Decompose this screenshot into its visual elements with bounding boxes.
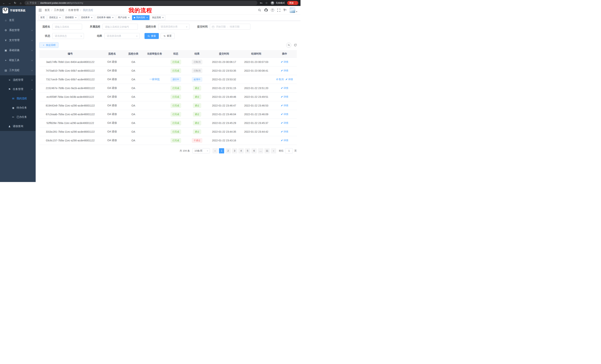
cell-task	[144, 119, 165, 127]
page-button[interactable]: 4	[239, 148, 244, 153]
show-search-button[interactable]	[286, 43, 291, 48]
close-icon[interactable]: ×	[112, 16, 114, 19]
sidebar-item-待办任务[interactable]: ◉待办任务	[0, 103, 36, 112]
date-range-picker[interactable]: 开始日期 - 结束日期	[210, 24, 250, 30]
avatar[interactable]	[290, 7, 295, 13]
page-button[interactable]: 11	[264, 148, 270, 153]
sidebar-item-支付管理[interactable]: ¥支付管理∨	[0, 35, 36, 45]
refresh-table-button[interactable]	[294, 44, 297, 47]
sidebar-item-基础设施[interactable]: ▣基础设施∨	[0, 45, 36, 55]
breadcrumb-item[interactable]: 首页	[45, 9, 50, 12]
github-icon[interactable]	[264, 8, 268, 12]
tab-流程表单-编辑[interactable]: 流程表单-编辑×	[95, 15, 115, 20]
tabs-bar: 首页流程定义×流程模型×流程表单×流程表单-编辑×用户分组×我的流程×发起流程×	[36, 14, 300, 21]
search-icon[interactable]	[258, 9, 261, 12]
sidebar-item-我的流程[interactable]: ✉我的流程	[0, 94, 36, 103]
address-bar[interactable]: ⚠ 不安全 | dashboard.yudao.iocoder.cn/bpm/t…	[25, 1, 257, 5]
prev-page-button[interactable]: ‹	[212, 148, 218, 153]
close-icon[interactable]: ×	[128, 16, 130, 19]
reload-icon[interactable]: ↻	[13, 1, 17, 5]
back-icon[interactable]: ←	[2, 1, 6, 5]
sidebar-item-请假查询[interactable]: ♟请假查询	[0, 122, 36, 131]
chrome-update-button[interactable]: 更新 ⋮	[287, 1, 298, 5]
next-page-button[interactable]: ›	[271, 148, 276, 153]
tab-用户分组[interactable]: 用户分组×	[116, 15, 131, 20]
create-process-button[interactable]: ＋ 发起流程	[39, 42, 59, 48]
security-warning[interactable]: ⚠ 不安全	[27, 1, 37, 5]
close-icon[interactable]: ×	[162, 16, 164, 19]
goto-page-input[interactable]	[285, 148, 293, 153]
cell-result: 已取消	[186, 57, 208, 66]
tab-流程表单[interactable]: 流程表单×	[79, 15, 94, 20]
detail-action[interactable]: 详情	[281, 130, 288, 133]
refresh-icon: ↻	[164, 35, 166, 38]
edit-icon	[281, 139, 283, 141]
search-button[interactable]: 搜索	[144, 33, 159, 39]
category-select[interactable]: 请选择流程分类 ∨	[158, 24, 190, 30]
sidebar-item-已办任务[interactable]: ✂已办任务	[0, 112, 36, 122]
tab-流程模型[interactable]: 流程模型×	[63, 15, 78, 20]
incognito-badge: 无痕模式	[270, 1, 285, 5]
tab-发起流程[interactable]: 发起流程×	[150, 15, 165, 20]
sidebar-item-系统管理[interactable]: ⚙系统管理∨	[0, 25, 36, 35]
close-icon[interactable]: ×	[75, 16, 77, 19]
search-icon	[288, 44, 290, 46]
process-name-input[interactable]	[52, 24, 82, 30]
sidebar-item-工作流程[interactable]: ▤工作流程∧	[0, 65, 36, 75]
font-size-icon[interactable]: TT	[283, 8, 287, 12]
breadcrumb-item[interactable]: 工作流程	[54, 9, 64, 12]
detail-action[interactable]: 详情	[281, 113, 288, 116]
cell-id: 03c6c157-7b9a-11ec-a290-acde48001122	[39, 136, 101, 145]
detail-action[interactable]: 详情	[281, 69, 288, 72]
tab-我的流程[interactable]: 我的流程×	[132, 15, 150, 20]
sidebar-item-任务管理[interactable]: ⚑任务管理∧	[0, 85, 36, 94]
breadcrumb-item[interactable]: 任务管理	[68, 9, 79, 12]
cell-task	[144, 57, 165, 66]
chevron-down-icon: ∨	[31, 79, 33, 81]
close-icon[interactable]: ×	[91, 16, 92, 19]
page-button[interactable]: 5	[245, 148, 250, 153]
page-button[interactable]: 6	[251, 148, 257, 153]
detail-action[interactable]: 详情	[281, 139, 288, 142]
detail-action[interactable]: 详情	[281, 104, 288, 107]
hamburger-icon[interactable]	[39, 9, 42, 12]
reset-button[interactable]: ↻ 重置	[161, 33, 175, 39]
cell-status: 已完成	[165, 92, 186, 101]
detail-action[interactable]: 详情	[285, 78, 293, 81]
fullscreen-icon[interactable]	[277, 9, 280, 12]
detail-action[interactable]: 详情	[281, 95, 288, 98]
close-icon[interactable]: ×	[59, 16, 61, 19]
more-pages-button[interactable]: …	[258, 148, 263, 153]
help-icon[interactable]: ?	[271, 9, 274, 12]
close-icon[interactable]: ×	[146, 16, 148, 19]
cancel-action[interactable]: 取消	[276, 78, 284, 81]
user-menu[interactable]: ▼	[290, 7, 298, 13]
page-button[interactable]: 2	[225, 148, 231, 153]
bookmark-star-icon[interactable]: ☆	[265, 1, 268, 5]
detail-action[interactable]: 详情	[281, 86, 288, 90]
sidebar-item-流程管理[interactable]: ≡流程管理∨	[0, 75, 36, 85]
page-url: dashboard.yudao.iocoder.cn/bpm/task/my	[40, 2, 83, 4]
table-body: 3ad174fb-7b9d-11ec-8404-acde48001122OA 请…	[39, 57, 297, 145]
task-link[interactable]: 一级审批	[149, 78, 160, 81]
browser-chrome: ← → ↻ ⌂ ⚠ 不安全 | dashboard.yudao.iocoder.…	[0, 0, 300, 6]
cell-submit-time: 2022-01-22 23:51:15	[208, 84, 240, 92]
key-icon[interactable]	[260, 1, 263, 4]
edit-icon	[281, 87, 283, 89]
sidebar-item-首页[interactable]: ⌂首页	[0, 15, 36, 25]
forward-icon[interactable]: →	[8, 1, 11, 5]
page-button[interactable]: 1	[219, 148, 224, 153]
detail-action[interactable]: 详情	[281, 121, 288, 125]
result-select[interactable]: 请选择流结果 ∨	[104, 33, 140, 39]
sidebar-item-研发工具[interactable]: ⌖研发工具∨	[0, 55, 36, 65]
home-icon[interactable]: ⌂	[19, 1, 22, 5]
page-size-select[interactable]: 10条/页 ∨	[192, 148, 210, 153]
menu-dots-icon[interactable]: ⋮	[295, 2, 297, 4]
cell-category: OA	[123, 119, 144, 127]
process-definition-input[interactable]	[102, 24, 138, 30]
page-button[interactable]: 3	[232, 148, 237, 153]
detail-action[interactable]: 详情	[281, 60, 288, 64]
tab-流程定义[interactable]: 流程定义×	[47, 15, 62, 20]
status-select[interactable]: 请选择状态 ∨	[52, 33, 84, 39]
tab-首页[interactable]: 首页	[39, 15, 46, 20]
